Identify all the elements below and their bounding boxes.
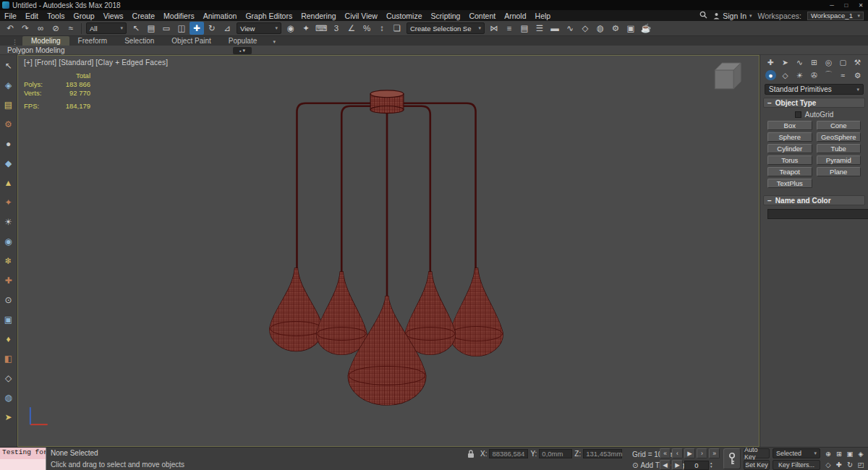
left-tool-icon-17[interactable]: ◇ [2, 372, 15, 385]
object-type-button[interactable]: Sphere [767, 132, 812, 142]
go-to-end-icon[interactable]: » [709, 448, 720, 458]
spinner-snap-icon[interactable]: ↕ [375, 22, 389, 35]
select-and-move-icon[interactable]: ✚ [190, 22, 204, 35]
unlink-selection-icon[interactable]: ⊘ [48, 22, 63, 35]
maxscript-mini-listener[interactable]: Testing for i [0, 448, 46, 470]
display-tab-icon[interactable]: ▢ [838, 57, 848, 67]
x-coordinate-field[interactable]: 88386,584 [489, 449, 528, 458]
select-and-manipulate-icon[interactable]: ✦ [299, 22, 313, 35]
previous-frame-icon[interactable]: ‹ [672, 448, 683, 458]
viewport-front[interactable]: [+] [Front] [Standard] [Clay + Edged Fac… [17, 55, 760, 447]
left-tool-icon-11[interactable]: ❄ [2, 255, 15, 268]
maximize-button[interactable]: □ [839, 0, 854, 10]
object-type-button[interactable]: Box [767, 121, 812, 130]
menu-item[interactable]: Rendering [297, 10, 340, 21]
primitives-category-dropdown[interactable]: Standard Primitives ▾ [765, 84, 864, 95]
menu-item[interactable]: Graph Editors [241, 10, 297, 21]
chandelier-model[interactable] [18, 56, 759, 446]
left-tool-icon-1[interactable]: ↖ [2, 59, 15, 72]
frame-spinner[interactable]: ▴ ▾ [710, 461, 712, 469]
left-tool-icon-5[interactable]: ● [2, 137, 15, 150]
menu-item[interactable]: Civil View [341, 10, 382, 21]
listener-line[interactable] [0, 459, 46, 470]
tab-modeling[interactable]: Modeling [22, 36, 69, 46]
window-crossing-icon[interactable]: ◫ [174, 22, 189, 35]
previous-key-icon[interactable]: ◀ [660, 460, 671, 470]
menu-item[interactable]: File [0, 10, 21, 21]
select-and-rotate-icon[interactable]: ↻ [205, 22, 219, 35]
left-tool-icon-4[interactable]: ⚙ [2, 118, 15, 131]
menu-item[interactable]: Modifiers [159, 10, 199, 21]
named-selection-sets-dropdown[interactable]: Create Selection Se▾ [407, 22, 485, 34]
left-tool-icon-15[interactable]: ♦ [2, 333, 15, 346]
modify-tab-icon[interactable]: ∿ [794, 57, 805, 67]
angle-snap-icon[interactable]: ∠ [344, 22, 359, 35]
pan-icon[interactable]: ✚ [834, 460, 844, 469]
use-pivot-point-center-icon[interactable]: ◉ [284, 22, 298, 35]
menu-item[interactable]: Group [69, 10, 99, 21]
field-of-view-icon[interactable]: ◇ [823, 460, 833, 469]
object-type-button[interactable]: Cone [817, 121, 861, 130]
left-tool-icon-10[interactable]: ◉ [2, 235, 15, 248]
viewport-label[interactable]: [+] [Front] [Standard] [Clay + Edged Fac… [24, 59, 168, 67]
autogrid-checkbox[interactable] [795, 111, 801, 118]
left-tool-icon-16[interactable]: ◧ [2, 352, 15, 365]
edit-named-selection-sets-icon[interactable]: ❏ [390, 22, 404, 35]
selection-filter-dropdown[interactable]: All▾ [86, 22, 127, 34]
ribbon-tab-overflow[interactable]: ▾ [268, 38, 280, 46]
rendered-frame-window-icon[interactable]: ▣ [624, 22, 638, 35]
toggle-layer-explorer-icon[interactable]: ☰ [532, 22, 547, 35]
maximize-viewport-icon[interactable]: ◰ [856, 460, 866, 469]
current-frame-field[interactable]: 0 [684, 461, 709, 470]
object-type-button[interactable]: Torus [767, 155, 812, 165]
object-type-rollout-header[interactable]: − Object Type [763, 98, 865, 108]
object-type-button[interactable]: Cylinder [767, 144, 812, 153]
workspace-dropdown[interactable]: Workspace_1 ▾ [807, 12, 864, 20]
tab-selection[interactable]: Selection [116, 36, 163, 46]
lights-category-icon[interactable]: ☀ [794, 70, 805, 80]
motion-tab-icon[interactable]: ◎ [823, 57, 834, 67]
polygon-modeling-label[interactable]: Polygon Modeling [7, 46, 65, 54]
name-color-rollout-header[interactable]: − Name and Color [763, 195, 865, 205]
key-mode-dropdown[interactable]: Selected ▾ [773, 448, 820, 458]
left-tool-icon-9[interactable]: ☀ [2, 215, 15, 228]
rectangular-selection-region-icon[interactable]: ▭ [159, 22, 174, 35]
left-tool-icon-2[interactable]: ◈ [2, 79, 15, 92]
zoom-all-icon[interactable]: ⊞ [834, 449, 844, 458]
reference-coordinate-dropdown[interactable]: View▾ [237, 22, 281, 34]
auto-key-button[interactable]: Auto Key [744, 448, 770, 458]
percent-snap-icon[interactable]: % [359, 22, 374, 35]
menu-item[interactable]: Content [464, 10, 500, 21]
next-key-icon[interactable]: ▶ [672, 460, 683, 470]
panel-plus-icon[interactable]: ✚ [765, 57, 776, 67]
menu-item[interactable]: Customize [382, 10, 427, 21]
left-tool-icon-14[interactable]: ▣ [2, 313, 15, 326]
spinner-down-icon[interactable]: ▾ [710, 465, 712, 469]
menu-item[interactable]: Views [99, 10, 128, 21]
selection-lock-icon[interactable] [467, 449, 475, 460]
material-editor-icon[interactable]: ◍ [593, 22, 608, 35]
curve-editor-icon[interactable]: ∿ [563, 22, 577, 35]
left-tool-icon-8[interactable]: ✦ [2, 196, 15, 209]
ribbon-panel-options[interactable]: ▪ ▾ [233, 47, 252, 54]
align-icon[interactable]: ≡ [502, 22, 516, 35]
zoom-icon[interactable]: ⊕ [823, 449, 833, 458]
render-setup-icon[interactable]: ⚙ [608, 22, 623, 35]
select-and-link-icon[interactable]: ∞ [33, 22, 48, 35]
select-object-icon[interactable]: ↖ [129, 22, 143, 35]
toggle-ribbon-icon[interactable]: ▬ [548, 22, 562, 35]
cameras-category-icon[interactable]: ✇ [809, 70, 820, 80]
object-name-input[interactable] [767, 209, 868, 219]
left-tool-icon-3[interactable]: ▤ [2, 98, 15, 111]
hierarchy-tab-icon[interactable]: ⊞ [809, 57, 820, 67]
left-tool-icon-7[interactable]: ▲ [2, 176, 15, 189]
object-type-button[interactable]: Tube [817, 144, 861, 153]
zoom-extents-all-icon[interactable]: ◈ [856, 449, 866, 458]
next-frame-icon[interactable]: › [697, 448, 707, 458]
select-and-scale-icon[interactable]: ⊿ [220, 22, 234, 35]
object-type-button[interactable]: Pyramid [817, 155, 861, 165]
menu-item[interactable]: Animation [199, 10, 242, 21]
minimize-button[interactable]: ─ [825, 0, 839, 10]
utilities-tab-icon[interactable]: ⚒ [852, 57, 863, 67]
z-coordinate-field[interactable]: 131,453mm [583, 449, 622, 458]
